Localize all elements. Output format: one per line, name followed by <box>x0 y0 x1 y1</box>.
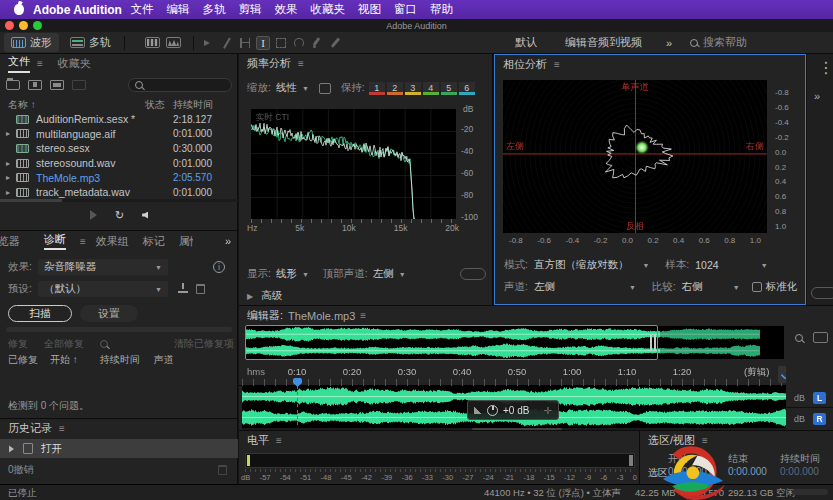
spot-healing-tool-icon[interactable] <box>328 36 342 50</box>
freq-advanced-toggle[interactable]: 高级 <box>261 289 282 303</box>
insert-multitrack-icon[interactable] <box>72 80 86 90</box>
files-col-duration[interactable]: 持续时间 <box>173 98 213 112</box>
workspace-edit-audio-video-button[interactable]: 编辑音频到视频 <box>565 35 642 50</box>
tab-markers[interactable]: 标记 <box>143 234 165 249</box>
expand-chevron[interactable]: ▸ <box>6 188 16 197</box>
files-col-status[interactable]: 状态 <box>145 98 165 112</box>
preview-play-icon[interactable] <box>90 210 97 220</box>
freq-display-dropdown[interactable]: 线形 <box>276 267 297 281</box>
hold-button-3[interactable]: 3 <box>405 82 421 95</box>
save-preset-icon[interactable] <box>178 285 188 293</box>
menu-item[interactable]: 效果 <box>268 2 304 17</box>
history-delete-icon[interactable] <box>218 465 227 475</box>
file-row[interactable]: ▸stereosound.wav0:01.000 <box>0 156 238 171</box>
phase-scroll-pill[interactable] <box>811 287 833 299</box>
tab-media-browser[interactable]: 览器 <box>0 234 20 249</box>
apple-menu-icon[interactable] <box>14 4 24 15</box>
files-search-input[interactable] <box>128 78 232 92</box>
slip-tool-icon[interactable] <box>238 36 252 50</box>
hold-button-1[interactable]: 1 <box>369 82 385 95</box>
file-row[interactable]: ▸TheMole.mp32:05.570 <box>0 170 238 185</box>
file-row[interactable]: ▸track_metadata.wav0:01.000 <box>0 185 238 200</box>
phase-channel-dropdown[interactable]: 左侧 <box>534 280 555 294</box>
spectral-display-icon[interactable] <box>145 37 160 48</box>
freq-panel-title[interactable]: 频率分析 <box>247 56 291 71</box>
loop-playback-icon[interactable]: ↻ <box>115 209 124 222</box>
menu-item[interactable]: 视图 <box>351 2 387 17</box>
expand-chevron[interactable]: ▸ <box>6 159 16 168</box>
repair-button[interactable]: 修复 <box>8 337 28 351</box>
diag-col-duration[interactable]: 持续时间 <box>100 353 140 367</box>
tab-favorites[interactable]: 收藏夹 <box>58 56 91 71</box>
freq-top-channel-dropdown[interactable]: 左侧 <box>373 267 394 281</box>
diag-panel-menu-icon[interactable]: ≡ <box>80 236 86 247</box>
phase-mode-dropdown[interactable]: 直方图（缩放对数） <box>534 258 629 272</box>
clear-repaired-button[interactable]: 清除已修复项 <box>174 337 234 351</box>
tab-properties[interactable]: 属性 <box>179 234 193 249</box>
phase-graph[interactable] <box>503 80 767 233</box>
status-zoom-bar[interactable] <box>792 489 828 495</box>
snapshot-icon[interactable] <box>319 83 331 94</box>
razor-tool-icon[interactable] <box>220 36 234 50</box>
diag-col-fixed[interactable]: 已修复 <box>8 353 38 367</box>
lasso-selection-tool-icon[interactable] <box>292 36 306 50</box>
auto-play-icon[interactable] <box>142 212 148 219</box>
spectral-pitch-icon[interactable] <box>166 37 181 48</box>
import-file-icon[interactable] <box>28 80 42 90</box>
info-icon[interactable]: i <box>213 261 225 273</box>
tab-files[interactable]: 文件 <box>8 54 30 73</box>
file-row[interactable]: stereo.sesx0:30.000 <box>0 141 238 156</box>
workspace-default-button[interactable]: 默认 <box>515 35 537 50</box>
menu-item[interactable]: 文件 <box>124 2 160 17</box>
diag-effect-dropdown[interactable]: 杂音降噪器▼ <box>38 259 168 275</box>
delete-preset-icon[interactable] <box>196 284 205 294</box>
hold-button-2[interactable]: 2 <box>387 82 403 95</box>
hold-button-5[interactable]: 5 <box>441 82 457 95</box>
menu-item[interactable]: 窗口 <box>387 2 423 17</box>
search-help-field[interactable]: 搜索帮助 <box>690 35 747 50</box>
menu-item[interactable]: 多轨 <box>196 2 232 17</box>
file-row[interactable]: ▸multilanguage.aif0:01.000 <box>0 127 238 142</box>
frequency-graph[interactable] <box>251 109 456 219</box>
phase-panel-title[interactable]: 相位分析 <box>503 57 547 72</box>
hold-button-4[interactable]: 4 <box>423 82 439 95</box>
normalize-checkbox[interactable] <box>752 282 762 292</box>
repair-all-button[interactable]: 全部修复 <box>44 337 84 351</box>
scan-button[interactable]: 扫描 <box>8 305 72 322</box>
file-row[interactable]: AuditionRemix.sesx *2:18.127 <box>0 112 238 127</box>
marquee-selection-tool-icon[interactable] <box>274 36 288 50</box>
channel-l-badge[interactable]: L <box>813 392 826 404</box>
phase-panel-menu-icon[interactable]: ≡ <box>554 59 560 70</box>
overview-selection-box[interactable] <box>245 325 658 360</box>
hold-button-6[interactable]: 6 <box>459 82 475 95</box>
editor-panel-title[interactable]: 编辑器: <box>247 308 283 323</box>
panel-expand-icon[interactable]: » <box>814 90 820 102</box>
waveform-view-button[interactable]: 波形 <box>4 33 59 52</box>
selection-duration-value[interactable]: 0:00.000 <box>780 466 819 477</box>
files-col-name[interactable]: 名称 ↑ <box>8 98 36 112</box>
expand-chevron[interactable]: ▸ <box>6 173 16 182</box>
phase-samples-dropdown[interactable]: 1024 <box>695 259 718 271</box>
levels-panel-menu-icon[interactable]: ≡ <box>276 435 282 446</box>
app-menu-title[interactable]: Adobe Audition <box>33 3 122 17</box>
history-entry-open[interactable]: 打开 <box>0 439 238 458</box>
diag-col-channel[interactable]: 声道 <box>154 353 174 367</box>
diag-preset-dropdown[interactable]: （默认）▼ <box>38 281 168 297</box>
playhead-line[interactable] <box>297 386 298 428</box>
diag-more-tabs-icon[interactable]: » <box>225 235 237 247</box>
gain-knob[interactable] <box>487 405 498 416</box>
files-panel-menu-icon[interactable]: ≡ <box>37 58 43 69</box>
open-file-icon[interactable] <box>6 80 20 90</box>
diag-search-icon[interactable] <box>100 340 108 348</box>
editor-panel-menu-icon[interactable]: ≡ <box>360 310 366 321</box>
history-panel-title[interactable]: 历史记录 <box>8 421 52 436</box>
editor-display-settings-icon[interactable] <box>813 332 828 343</box>
levels-panel-title[interactable]: 电平 <box>247 433 269 448</box>
menu-item[interactable]: 编辑 <box>160 2 196 17</box>
menu-item[interactable]: 帮助 <box>423 2 459 17</box>
channel-r-badge[interactable]: R <box>813 413 826 425</box>
editor-zoom-icon[interactable] <box>795 334 803 342</box>
diag-col-start[interactable]: 开始 ↑ <box>50 353 78 367</box>
timeline-ruler[interactable]: hms 0:100:200:300:400:501:001:101:20 (剪辑… <box>239 364 786 386</box>
settings-button[interactable]: 设置 <box>80 305 138 322</box>
